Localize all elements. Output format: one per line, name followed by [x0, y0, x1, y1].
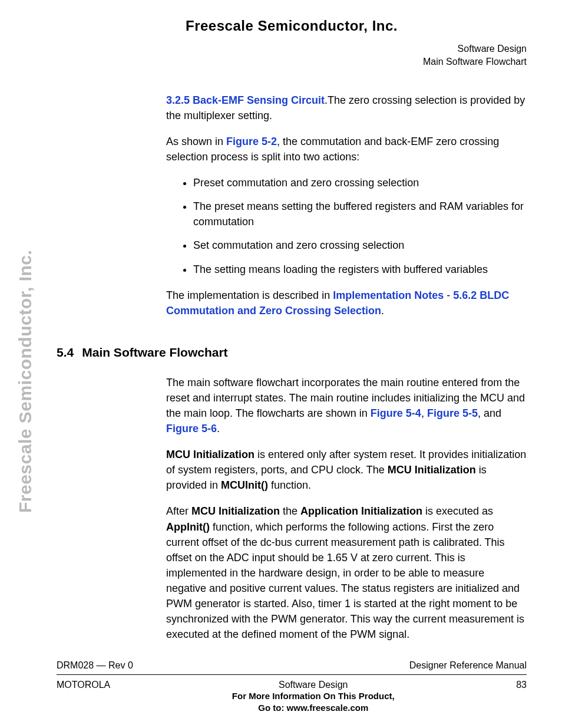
term: MCU Initialization [191, 505, 280, 517]
org-title: Freescale Semiconductor, Inc. [57, 18, 527, 34]
term: AppInit() [166, 521, 210, 533]
page-number: 83 [516, 680, 527, 690]
footer-top-row: DRM028 — Rev 0 Designer Reference Manual [57, 660, 527, 675]
paragraph: 3.2.5 Back-EMF Sensing Circuit.The zero … [166, 93, 527, 123]
text: As shown in [166, 136, 226, 147]
footer-chapter: Software Design [110, 680, 516, 690]
text: function. [268, 479, 311, 491]
text: is executed as [422, 505, 493, 517]
paragraph: After MCU Initialization the Application… [166, 503, 527, 642]
xref-link[interactable]: 3.2.5 Back-EMF Sensing Circuit [166, 94, 325, 106]
text: . [217, 423, 220, 434]
footer-more-info-2: Go to: www.freescale.com [110, 702, 516, 714]
term: MCU Initialization [166, 449, 254, 460]
list-item: The preset means setting the buffered re… [193, 199, 527, 229]
bullet-list: Preset commutation and zero crossing sel… [166, 175, 527, 276]
body-content: 3.2.5 Back-EMF Sensing Circuit.The zero … [166, 93, 527, 318]
xref-link[interactable]: Figure 5-4 [371, 407, 421, 419]
term: Application Initialization [300, 505, 422, 517]
section-title: Main Software Flowchart [82, 345, 227, 360]
side-brand: Freescale Semiconductor, Inc. [15, 250, 35, 513]
doc-type: Designer Reference Manual [409, 660, 527, 671]
list-item: Preset commutation and zero crossing sel… [193, 175, 527, 190]
paragraph: MCU Initialization is entered only after… [166, 447, 527, 493]
text: The implementation is described in [166, 289, 333, 301]
footer-center: Software Design For More Information On … [110, 680, 516, 714]
xref-link[interactable]: Figure 5-5 [427, 407, 478, 419]
page-footer: DRM028 — Rev 0 Designer Reference Manual… [57, 660, 527, 714]
text: . [381, 305, 384, 317]
page: Freescale Semiconductor, Inc. Software D… [0, 0, 562, 728]
text: the [280, 505, 300, 517]
header-chapter: Software Design [57, 42, 527, 55]
body-content: The main software flowchart incorporates… [166, 375, 527, 643]
footer-more-info-1: For More Information On This Product, [110, 690, 516, 702]
text: , [421, 407, 427, 419]
header-section: Main Software Flowchart [57, 55, 527, 68]
term: MCUInit() [221, 479, 268, 491]
paragraph: The implementation is described in Imple… [166, 288, 527, 318]
text: function, which performs the following a… [166, 521, 524, 641]
page-header-right: Software Design Main Software Flowchart [57, 42, 527, 69]
term: MCU Initialization [388, 464, 476, 476]
text: - [444, 289, 453, 301]
xref-link[interactable]: Implementation Notes [333, 289, 444, 301]
footer-left: MOTOROLA [57, 680, 110, 690]
doc-rev: DRM028 — Rev 0 [57, 660, 133, 671]
section-number: 5.4 [57, 345, 74, 360]
xref-link[interactable]: Figure 5-2 [226, 136, 277, 147]
list-item: The setting means loading the registers … [193, 262, 527, 277]
footer-bottom-row: MOTOROLA Software Design For More Inform… [57, 680, 527, 714]
section-heading: 5.4 Main Software Flowchart [57, 345, 527, 360]
xref-link[interactable]: Figure 5-6 [166, 423, 217, 434]
list-item: Set commutation and zero crossing select… [193, 238, 527, 253]
paragraph: As shown in Figure 5-2, the commutation … [166, 134, 527, 164]
text: After [166, 505, 191, 517]
paragraph: The main software flowchart incorporates… [166, 375, 527, 436]
text: , and [478, 407, 501, 419]
